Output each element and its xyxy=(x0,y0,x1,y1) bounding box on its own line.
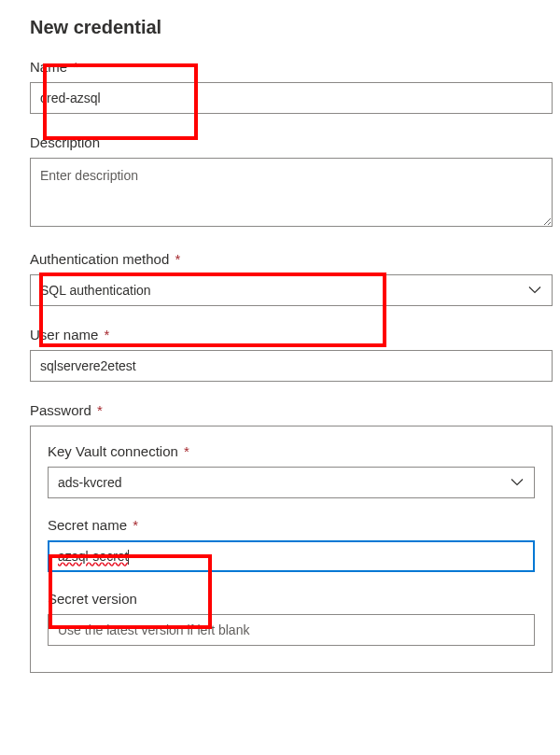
required-indicator: * xyxy=(184,443,189,459)
secret-name-input[interactable]: azsql-secret xyxy=(48,540,535,572)
description-field: Description xyxy=(30,134,553,231)
name-label: Name * xyxy=(30,59,553,75)
secret-version-input[interactable] xyxy=(48,614,535,646)
text-cursor xyxy=(128,550,129,565)
password-field: Password * Key Vault connection * xyxy=(30,402,553,673)
secret-version-field: Secret version xyxy=(48,591,535,646)
required-indicator: * xyxy=(133,517,138,533)
name-label-text: Name xyxy=(30,59,67,75)
secret-name-label-text: Secret name xyxy=(48,517,127,533)
kvc-label-text: Key Vault connection xyxy=(48,443,178,459)
required-indicator: * xyxy=(73,59,78,75)
password-label: Password * xyxy=(30,402,553,418)
username-field: User name * xyxy=(30,327,553,382)
password-label-text: Password xyxy=(30,402,91,418)
description-label: Description xyxy=(30,134,553,150)
secret-name-field: Secret name * azsql-secret xyxy=(48,517,535,572)
password-group: Key Vault connection * Secret name * a xyxy=(30,426,553,673)
required-indicator: * xyxy=(105,327,110,343)
panel-title: New credential xyxy=(30,17,553,38)
auth-method-select[interactable] xyxy=(30,274,553,306)
required-indicator: * xyxy=(97,402,103,418)
keyvault-connection-select[interactable] xyxy=(48,467,535,498)
name-field: Name * xyxy=(30,59,553,114)
secret-name-label: Secret name * xyxy=(48,517,535,533)
username-label-text: User name xyxy=(30,327,98,343)
secret-version-label: Secret version xyxy=(48,591,535,607)
keyvault-connection-field: Key Vault connection * xyxy=(48,443,535,498)
username-input[interactable] xyxy=(30,350,553,382)
auth-method-label-text: Authentication method xyxy=(30,251,169,267)
auth-method-field: Authentication method * xyxy=(30,251,553,306)
name-input[interactable] xyxy=(30,82,553,114)
secret-name-value: azsql-secret xyxy=(58,549,128,564)
auth-method-label: Authentication method * xyxy=(30,251,553,267)
description-input[interactable] xyxy=(30,158,553,227)
username-label: User name * xyxy=(30,327,553,343)
required-indicator: * xyxy=(175,251,180,267)
keyvault-connection-label: Key Vault connection * xyxy=(48,443,535,459)
